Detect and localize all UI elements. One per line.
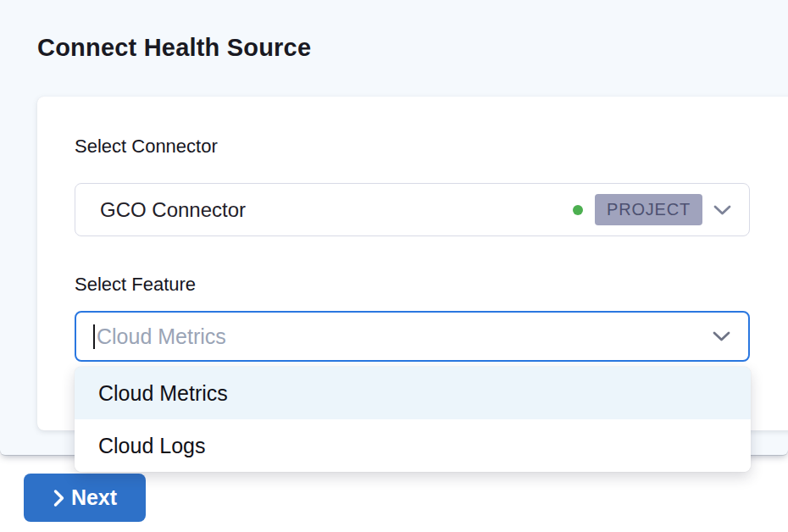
connector-select-right: PROJECT bbox=[573, 194, 732, 225]
feature-select[interactable] bbox=[75, 311, 750, 362]
status-dot-icon bbox=[573, 205, 583, 215]
page-title: Connect Health Source bbox=[37, 34, 311, 62]
scope-badge: PROJECT bbox=[595, 194, 702, 225]
next-button[interactable]: Next bbox=[24, 474, 146, 522]
select-feature-label: Select Feature bbox=[75, 274, 196, 296]
text-caret bbox=[93, 324, 95, 349]
select-connector-label: Select Connector bbox=[75, 136, 218, 158]
connect-health-source-drawer: Connect Health Source Select Connector G… bbox=[0, 0, 788, 532]
chevron-down-icon bbox=[712, 330, 731, 342]
menu-option-cloud-metrics[interactable]: Cloud Metrics bbox=[75, 367, 751, 419]
feature-input[interactable] bbox=[76, 313, 748, 360]
next-button-label: Next bbox=[71, 485, 117, 510]
chevron-right-icon bbox=[53, 489, 65, 507]
menu-option-cloud-logs[interactable]: Cloud Logs bbox=[75, 419, 751, 472]
connector-selected-value: GCO Connector bbox=[100, 198, 246, 222]
connector-select[interactable]: GCO Connector PROJECT bbox=[75, 183, 750, 236]
feature-dropdown-menu: Cloud Metrics Cloud Logs bbox=[75, 367, 751, 472]
chevron-down-icon bbox=[713, 204, 732, 216]
